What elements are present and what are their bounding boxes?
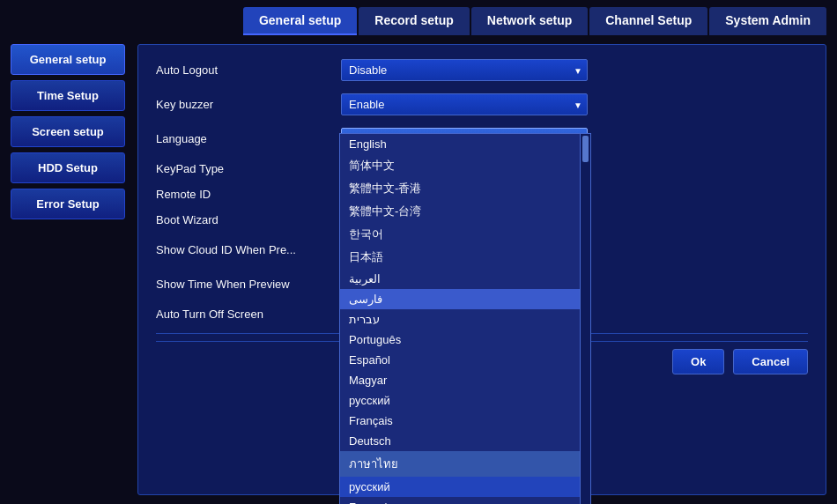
dropdown-item-3[interactable]: 繁體中文-台湾	[340, 200, 580, 223]
sidebar: General setup Time Setup Screen setup HD…	[11, 44, 125, 495]
keypad-type-label: KeyPad Type	[156, 162, 341, 175]
main-area: General setup Time Setup Screen setup HD…	[0, 35, 837, 504]
ok-button[interactable]: Ok	[672, 349, 724, 374]
show-time-label: Show Time When Preview	[156, 278, 341, 291]
cancel-button[interactable]: Cancel	[733, 349, 808, 374]
dropdown-item-14[interactable]: Deutsch	[340, 431, 580, 451]
key-buzzer-label: Key buzzer	[156, 98, 341, 111]
auto-logout-row: Auto Logout Disable ▼	[156, 59, 808, 81]
scrollbar-thumb[interactable]	[582, 136, 589, 162]
content-panel: Auto Logout Disable ▼ Key buzzer Enable …	[137, 44, 826, 495]
language-label: Language	[156, 132, 341, 145]
app-window: General setup Record setup Network setup…	[0, 0, 837, 504]
auto-logout-select[interactable]: Disable	[341, 59, 588, 81]
sidebar-item-error-setup[interactable]: Error Setup	[11, 189, 125, 219]
language-dropdown[interactable]: English简体中文繁體中文-香港繁體中文-台湾한국어日本語العربيةفا…	[339, 133, 591, 504]
top-nav: General setup Record setup Network setup…	[0, 0, 837, 35]
sidebar-item-time-setup[interactable]: Time Setup	[11, 80, 125, 111]
remote-id-label: Remote ID	[156, 188, 341, 201]
tab-system-admin[interactable]: System Admin	[709, 7, 826, 35]
dropdown-item-4[interactable]: 한국어	[340, 223, 580, 246]
dropdown-item-15[interactable]: ภาษาไทย	[340, 451, 580, 477]
dropdown-item-12[interactable]: русский	[340, 390, 580, 411]
tab-network-setup[interactable]: Network setup	[471, 7, 588, 35]
tab-general-setup[interactable]: General setup	[243, 7, 357, 35]
sidebar-item-general-setup[interactable]: General setup	[11, 44, 125, 75]
auto-logout-select-wrapper: Disable	[341, 59, 588, 81]
dropdown-item-17[interactable]: Français	[340, 497, 580, 504]
dropdown-item-8[interactable]: עברית	[340, 309, 580, 330]
auto-logout-label: Auto Logout	[156, 63, 341, 77]
dropdown-item-16[interactable]: русский	[340, 477, 580, 497]
dropdown-item-1[interactable]: 简体中文	[340, 154, 580, 177]
dropdown-item-0[interactable]: English	[340, 134, 580, 154]
dropdown-item-2[interactable]: 繁體中文-香港	[340, 177, 580, 200]
boot-wizard-label: Boot Wizard	[156, 213, 341, 226]
dropdown-item-5[interactable]: 日本語	[340, 246, 580, 269]
dropdown-item-6[interactable]: العربية	[340, 269, 580, 289]
dropdown-item-11[interactable]: Magyar	[340, 370, 580, 390]
auto-turn-off-label: Auto Turn Off Screen	[156, 308, 341, 321]
show-cloud-label: Show Cloud ID When Pre...	[156, 243, 341, 256]
dropdown-item-7[interactable]: فارسی	[340, 289, 580, 309]
tab-record-setup[interactable]: Record setup	[359, 7, 469, 35]
key-buzzer-select-wrapper: Enable	[341, 93, 588, 115]
key-buzzer-row: Key buzzer Enable ▼	[156, 93, 808, 115]
sidebar-item-hdd-setup[interactable]: HDD Setup	[11, 152, 125, 183]
tab-channel-setup[interactable]: Channel Setup	[589, 7, 707, 35]
dropdown-item-13[interactable]: Français	[340, 411, 580, 431]
sidebar-item-screen-setup[interactable]: Screen setup	[11, 116, 125, 147]
dropdown-item-9[interactable]: Português	[340, 330, 580, 350]
key-buzzer-select[interactable]: Enable	[341, 93, 588, 115]
dropdown-item-10[interactable]: Español	[340, 350, 580, 370]
dropdown-scrollbar[interactable]	[580, 134, 590, 504]
